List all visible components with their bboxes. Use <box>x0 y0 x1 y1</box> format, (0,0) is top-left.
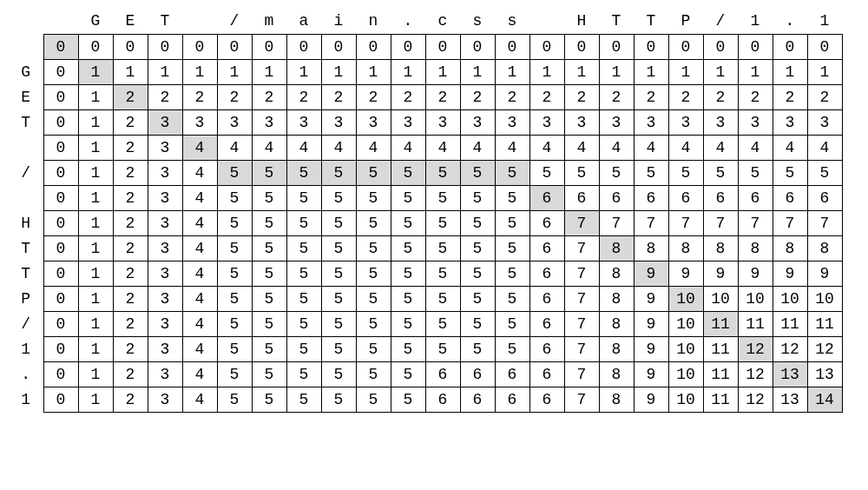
dp-cell: 3 <box>148 361 182 387</box>
dp-cell: 8 <box>703 235 738 261</box>
dp-cell: 11 <box>703 311 738 336</box>
dp-cell: 5 <box>773 160 807 185</box>
dp-cell: 5 <box>321 286 356 311</box>
dp-cell: 0 <box>43 34 78 59</box>
dp-cell: 1 <box>738 59 773 84</box>
dp-cell: 4 <box>182 210 217 235</box>
dp-cell: 5 <box>252 235 286 261</box>
dp-cell: 6 <box>529 286 564 311</box>
dp-cell: 4 <box>182 185 217 210</box>
dp-cell: 2 <box>425 84 460 109</box>
dp-cell: 3 <box>738 109 773 135</box>
dp-cell: 5 <box>391 286 425 311</box>
dp-cell: 6 <box>738 185 773 210</box>
col-label: 1 <box>738 9 773 34</box>
dp-cell: 2 <box>356 84 391 109</box>
dp-cell: 0 <box>425 34 460 59</box>
dp-cell: 5 <box>460 210 495 235</box>
dp-cell: 3 <box>148 185 182 210</box>
row-label: P <box>9 286 43 311</box>
dp-cell: 5 <box>495 210 529 235</box>
dp-cell: 5 <box>356 286 391 311</box>
dp-cell: 4 <box>182 160 217 185</box>
dp-cell: 1 <box>78 286 113 311</box>
dp-cell: 6 <box>529 261 564 286</box>
dp-cell: 6 <box>495 361 529 387</box>
dp-cell: 12 <box>738 336 773 361</box>
dp-cell: 7 <box>564 361 599 387</box>
dp-cell: 1 <box>78 235 113 261</box>
dp-cell: 5 <box>495 286 529 311</box>
dp-cell: 7 <box>564 336 599 361</box>
dp-cell: 1 <box>286 59 321 84</box>
dp-cell: 8 <box>668 235 703 261</box>
dp-cell: 3 <box>148 286 182 311</box>
dp-cell: 1 <box>495 59 529 84</box>
dp-cell: 0 <box>703 34 738 59</box>
dp-cell: 6 <box>564 185 599 210</box>
dp-cell: 6 <box>529 210 564 235</box>
dp-cell: 1 <box>460 59 495 84</box>
dp-cell: 5 <box>252 160 286 185</box>
dp-cell: 5 <box>356 261 391 286</box>
dp-cell: 5 <box>391 311 425 336</box>
dp-cell: 3 <box>460 109 495 135</box>
dp-cell: 5 <box>495 185 529 210</box>
dp-cell: 5 <box>286 261 321 286</box>
dp-cell: 6 <box>668 185 703 210</box>
dp-cell: 0 <box>43 135 78 160</box>
dp-cell: 5 <box>286 160 321 185</box>
row-label: T <box>9 109 43 135</box>
dp-cell: 1 <box>634 59 668 84</box>
dp-cell: 5 <box>286 311 321 336</box>
dp-cell: 0 <box>43 109 78 135</box>
dp-cell: 10 <box>773 286 807 311</box>
dp-cell: 1 <box>599 59 634 84</box>
dp-cell: 6 <box>703 185 738 210</box>
dp-cell: 3 <box>148 135 182 160</box>
dp-cell: 5 <box>217 261 252 286</box>
dp-cell: 5 <box>495 311 529 336</box>
col-label: 1 <box>807 9 842 34</box>
dp-cell: 9 <box>634 286 668 311</box>
dp-cell: 4 <box>182 311 217 336</box>
dp-cell: 5 <box>634 160 668 185</box>
dp-cell: 3 <box>425 109 460 135</box>
col-label: H <box>564 9 599 34</box>
dp-cell: 0 <box>738 34 773 59</box>
dp-cell: 1 <box>252 59 286 84</box>
dp-cell: 4 <box>286 135 321 160</box>
dp-cell: 5 <box>807 160 842 185</box>
dp-cell: 3 <box>252 109 286 135</box>
dp-cell: 10 <box>668 387 703 412</box>
dp-cell: 5 <box>391 235 425 261</box>
dp-cell: 8 <box>634 235 668 261</box>
dp-cell: 5 <box>217 286 252 311</box>
dp-cell: 0 <box>217 34 252 59</box>
dp-cell: 5 <box>252 185 286 210</box>
col-label: c <box>425 9 460 34</box>
dp-cell: 4 <box>599 135 634 160</box>
dp-cell: 3 <box>148 109 182 135</box>
dp-cell: 5 <box>425 160 460 185</box>
dp-cell: 0 <box>78 34 113 59</box>
dp-cell: 1 <box>78 59 113 84</box>
dp-cell: 2 <box>286 84 321 109</box>
dp-cell: 0 <box>43 286 78 311</box>
dp-cell: 9 <box>634 387 668 412</box>
dp-cell: 1 <box>703 59 738 84</box>
dp-cell: 5 <box>286 210 321 235</box>
dp-cell: 5 <box>564 160 599 185</box>
dp-cell: 1 <box>78 135 113 160</box>
dp-cell: 1 <box>425 59 460 84</box>
dp-cell: 1 <box>217 59 252 84</box>
dp-cell: 5 <box>356 311 391 336</box>
dp-cell: 4 <box>356 135 391 160</box>
dp-cell: 4 <box>807 135 842 160</box>
dp-cell: 3 <box>148 311 182 336</box>
dp-cell: 5 <box>495 160 529 185</box>
dp-cell: 5 <box>391 160 425 185</box>
dp-cell: 3 <box>634 109 668 135</box>
dp-cell: 5 <box>252 311 286 336</box>
dp-cell: 3 <box>703 109 738 135</box>
